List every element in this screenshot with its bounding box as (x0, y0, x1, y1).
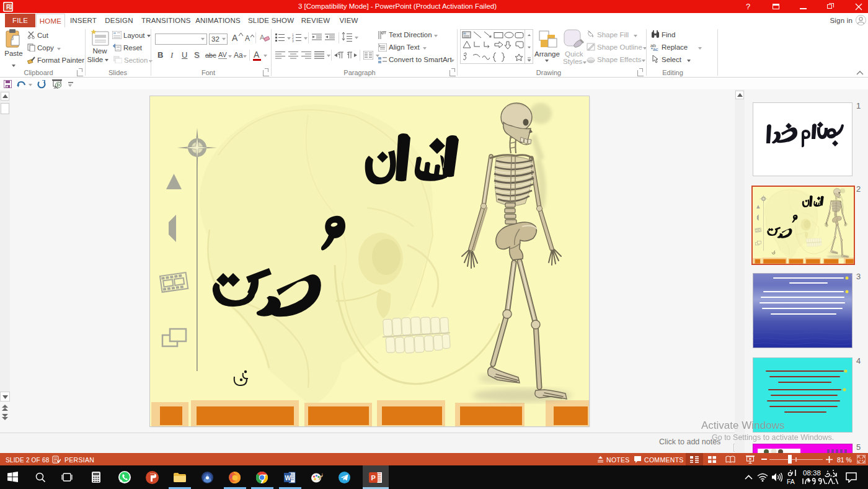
svg-text:W: W (285, 475, 291, 482)
svg-text:3: 3 (292, 39, 294, 43)
svg-text:ac: ac (653, 47, 658, 52)
svg-text:A: A (260, 34, 265, 41)
svg-text:P: P (371, 474, 376, 482)
